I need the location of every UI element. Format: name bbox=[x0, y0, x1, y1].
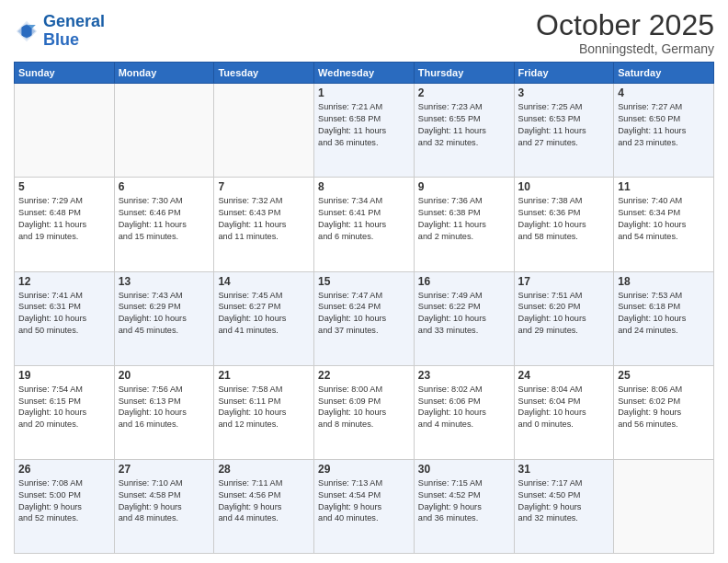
calendar-cell bbox=[614, 459, 714, 553]
day-number: 27 bbox=[119, 463, 210, 476]
calendar-cell: 25Sunrise: 8:06 AM Sunset: 6:02 PM Dayli… bbox=[614, 365, 714, 459]
day-info: Sunrise: 8:04 AM Sunset: 6:04 PM Dayligh… bbox=[518, 384, 610, 431]
calendar-cell: 28Sunrise: 7:11 AM Sunset: 4:56 PM Dayli… bbox=[214, 459, 314, 553]
day-info: Sunrise: 7:10 AM Sunset: 4:58 PM Dayligh… bbox=[119, 477, 210, 525]
logo-icon bbox=[14, 18, 40, 44]
calendar-cell: 2Sunrise: 7:23 AM Sunset: 6:55 PM Daylig… bbox=[414, 84, 514, 178]
calendar-cell: 7Sunrise: 7:32 AM Sunset: 6:43 PM Daylig… bbox=[214, 178, 314, 271]
day-number: 12 bbox=[18, 275, 110, 288]
month-title: October 2025 bbox=[536, 9, 714, 41]
day-number: 14 bbox=[218, 275, 310, 288]
calendar-cell: 21Sunrise: 7:58 AM Sunset: 6:11 PM Dayli… bbox=[214, 365, 314, 459]
logo: General Blue bbox=[14, 13, 105, 50]
day-number: 16 bbox=[418, 275, 510, 288]
calendar-cell: 3Sunrise: 7:25 AM Sunset: 6:53 PM Daylig… bbox=[514, 84, 614, 178]
day-info: Sunrise: 7:15 AM Sunset: 4:52 PM Dayligh… bbox=[418, 477, 510, 525]
calendar-table: SundayMondayTuesdayWednesdayThursdayFrid… bbox=[14, 62, 714, 554]
day-number: 13 bbox=[119, 275, 210, 288]
calendar-cell: 8Sunrise: 7:34 AM Sunset: 6:41 PM Daylig… bbox=[314, 178, 415, 271]
day-info: Sunrise: 7:27 AM Sunset: 6:50 PM Dayligh… bbox=[618, 101, 710, 149]
title-block: October 2025 Bonningstedt, Germany bbox=[536, 9, 714, 56]
calendar-header-row: SundayMondayTuesdayWednesdayThursdayFrid… bbox=[15, 63, 714, 84]
calendar-cell: 24Sunrise: 8:04 AM Sunset: 6:04 PM Dayli… bbox=[514, 365, 614, 459]
calendar-cell: 26Sunrise: 7:08 AM Sunset: 5:00 PM Dayli… bbox=[15, 459, 115, 553]
weekday-header: Tuesday bbox=[214, 63, 314, 84]
day-number: 18 bbox=[618, 275, 710, 288]
calendar-cell bbox=[114, 84, 214, 178]
weekday-header: Saturday bbox=[614, 63, 714, 84]
day-info: Sunrise: 7:25 AM Sunset: 6:53 PM Dayligh… bbox=[518, 101, 610, 149]
day-number: 19 bbox=[18, 369, 110, 382]
calendar-cell: 13Sunrise: 7:43 AM Sunset: 6:29 PM Dayli… bbox=[114, 271, 214, 365]
day-info: Sunrise: 7:45 AM Sunset: 6:27 PM Dayligh… bbox=[218, 290, 310, 338]
day-info: Sunrise: 7:17 AM Sunset: 4:50 PM Dayligh… bbox=[518, 477, 610, 525]
day-info: Sunrise: 7:32 AM Sunset: 6:43 PM Dayligh… bbox=[218, 195, 310, 243]
day-info: Sunrise: 7:23 AM Sunset: 6:55 PM Dayligh… bbox=[418, 101, 510, 149]
day-info: Sunrise: 7:21 AM Sunset: 6:58 PM Dayligh… bbox=[318, 101, 410, 149]
day-info: Sunrise: 7:51 AM Sunset: 6:20 PM Dayligh… bbox=[518, 290, 610, 338]
day-info: Sunrise: 7:58 AM Sunset: 6:11 PM Dayligh… bbox=[218, 384, 310, 431]
day-number: 7 bbox=[218, 180, 310, 193]
calendar-cell: 27Sunrise: 7:10 AM Sunset: 4:58 PM Dayli… bbox=[114, 459, 214, 553]
calendar-cell: 11Sunrise: 7:40 AM Sunset: 6:34 PM Dayli… bbox=[614, 178, 714, 271]
day-number: 28 bbox=[218, 463, 310, 476]
day-info: Sunrise: 8:02 AM Sunset: 6:06 PM Dayligh… bbox=[418, 384, 510, 431]
day-number: 29 bbox=[318, 463, 410, 476]
day-info: Sunrise: 7:29 AM Sunset: 6:48 PM Dayligh… bbox=[18, 195, 110, 243]
day-info: Sunrise: 7:13 AM Sunset: 4:54 PM Dayligh… bbox=[318, 477, 410, 525]
calendar-cell: 29Sunrise: 7:13 AM Sunset: 4:54 PM Dayli… bbox=[314, 459, 415, 553]
calendar-cell: 17Sunrise: 7:51 AM Sunset: 6:20 PM Dayli… bbox=[514, 271, 614, 365]
calendar-cell: 9Sunrise: 7:36 AM Sunset: 6:38 PM Daylig… bbox=[414, 178, 514, 271]
logo-text: General Blue bbox=[43, 13, 105, 50]
calendar-cell bbox=[15, 84, 115, 178]
calendar-cell: 31Sunrise: 7:17 AM Sunset: 4:50 PM Dayli… bbox=[514, 459, 614, 553]
day-info: Sunrise: 7:43 AM Sunset: 6:29 PM Dayligh… bbox=[119, 290, 210, 338]
day-number: 2 bbox=[418, 86, 510, 99]
weekday-header: Monday bbox=[114, 63, 214, 84]
calendar-cell: 6Sunrise: 7:30 AM Sunset: 6:46 PM Daylig… bbox=[114, 178, 214, 271]
calendar-week-row: 1Sunrise: 7:21 AM Sunset: 6:58 PM Daylig… bbox=[15, 84, 714, 178]
calendar-week-row: 26Sunrise: 7:08 AM Sunset: 5:00 PM Dayli… bbox=[15, 459, 714, 553]
day-info: Sunrise: 8:06 AM Sunset: 6:02 PM Dayligh… bbox=[618, 384, 710, 431]
day-info: Sunrise: 7:08 AM Sunset: 5:00 PM Dayligh… bbox=[18, 477, 110, 525]
day-info: Sunrise: 7:38 AM Sunset: 6:36 PM Dayligh… bbox=[518, 195, 610, 243]
day-info: Sunrise: 7:49 AM Sunset: 6:22 PM Dayligh… bbox=[418, 290, 510, 338]
calendar-cell bbox=[214, 84, 314, 178]
day-number: 4 bbox=[618, 86, 710, 99]
calendar-cell: 1Sunrise: 7:21 AM Sunset: 6:58 PM Daylig… bbox=[314, 84, 415, 178]
header: General Blue October 2025 Bonningstedt, … bbox=[14, 9, 714, 56]
calendar-cell: 20Sunrise: 7:56 AM Sunset: 6:13 PM Dayli… bbox=[114, 365, 214, 459]
calendar-cell: 19Sunrise: 7:54 AM Sunset: 6:15 PM Dayli… bbox=[15, 365, 115, 459]
weekday-header: Sunday bbox=[15, 63, 115, 84]
day-info: Sunrise: 7:54 AM Sunset: 6:15 PM Dayligh… bbox=[18, 384, 110, 431]
day-info: Sunrise: 7:30 AM Sunset: 6:46 PM Dayligh… bbox=[119, 195, 210, 243]
day-number: 17 bbox=[518, 275, 610, 288]
day-number: 11 bbox=[618, 180, 710, 193]
day-info: Sunrise: 7:56 AM Sunset: 6:13 PM Dayligh… bbox=[119, 384, 210, 431]
calendar-week-row: 5Sunrise: 7:29 AM Sunset: 6:48 PM Daylig… bbox=[15, 178, 714, 271]
calendar-cell: 18Sunrise: 7:53 AM Sunset: 6:18 PM Dayli… bbox=[614, 271, 714, 365]
day-number: 23 bbox=[418, 369, 510, 382]
calendar-cell: 4Sunrise: 7:27 AM Sunset: 6:50 PM Daylig… bbox=[614, 84, 714, 178]
weekday-header: Thursday bbox=[414, 63, 514, 84]
day-info: Sunrise: 7:36 AM Sunset: 6:38 PM Dayligh… bbox=[418, 195, 510, 243]
day-number: 26 bbox=[18, 463, 110, 476]
calendar-cell: 23Sunrise: 8:02 AM Sunset: 6:06 PM Dayli… bbox=[414, 365, 514, 459]
calendar-cell: 22Sunrise: 8:00 AM Sunset: 6:09 PM Dayli… bbox=[314, 365, 415, 459]
calendar-week-row: 12Sunrise: 7:41 AM Sunset: 6:31 PM Dayli… bbox=[15, 271, 714, 365]
day-number: 20 bbox=[119, 369, 210, 382]
day-number: 5 bbox=[18, 180, 110, 193]
logo-line1: General bbox=[43, 12, 105, 30]
location: Bonningstedt, Germany bbox=[536, 41, 714, 56]
calendar-cell: 16Sunrise: 7:49 AM Sunset: 6:22 PM Dayli… bbox=[414, 271, 514, 365]
day-info: Sunrise: 7:41 AM Sunset: 6:31 PM Dayligh… bbox=[18, 290, 110, 338]
day-info: Sunrise: 7:34 AM Sunset: 6:41 PM Dayligh… bbox=[318, 195, 410, 243]
day-info: Sunrise: 7:11 AM Sunset: 4:56 PM Dayligh… bbox=[218, 477, 310, 525]
day-number: 31 bbox=[518, 463, 610, 476]
day-info: Sunrise: 8:00 AM Sunset: 6:09 PM Dayligh… bbox=[318, 384, 410, 431]
day-number: 21 bbox=[218, 369, 310, 382]
calendar-cell: 5Sunrise: 7:29 AM Sunset: 6:48 PM Daylig… bbox=[15, 178, 115, 271]
day-number: 25 bbox=[618, 369, 710, 382]
calendar-cell: 12Sunrise: 7:41 AM Sunset: 6:31 PM Dayli… bbox=[15, 271, 115, 365]
day-number: 6 bbox=[119, 180, 210, 193]
